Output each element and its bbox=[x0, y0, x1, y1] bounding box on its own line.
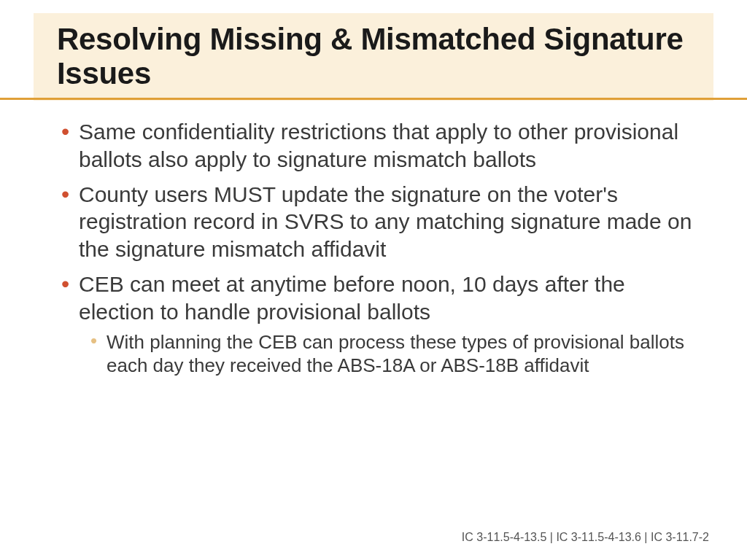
list-item: CEB can meet at anytime before noon, 10 … bbox=[61, 271, 703, 378]
sub-bullet-list: With planning the CEB can process these … bbox=[79, 330, 703, 378]
footer-citation: IC 3-11.5-4-13.5 | IC 3-11.5-4-13.6 | IC… bbox=[462, 531, 709, 544]
bullet-list: Same confidentiality restrictions that a… bbox=[61, 118, 703, 378]
list-item: Same confidentiality restrictions that a… bbox=[61, 118, 703, 174]
accent-rule bbox=[0, 98, 747, 100]
list-item: With planning the CEB can process these … bbox=[90, 330, 703, 378]
bullet-text: County users MUST update the signature o… bbox=[79, 182, 692, 262]
list-item: County users MUST update the signature o… bbox=[61, 181, 703, 263]
title-band: Resolving Missing & Mismatched Signature… bbox=[34, 13, 713, 101]
bullet-text: CEB can meet at anytime before noon, 10 … bbox=[79, 272, 625, 324]
slide: Resolving Missing & Mismatched Signature… bbox=[0, 0, 747, 560]
bullet-text: Same confidentiality restrictions that a… bbox=[79, 120, 678, 171]
slide-body: Same confidentiality restrictions that a… bbox=[61, 118, 703, 385]
slide-title: Resolving Missing & Mismatched Signature… bbox=[57, 22, 690, 90]
sub-bullet-text: With planning the CEB can process these … bbox=[107, 331, 684, 377]
